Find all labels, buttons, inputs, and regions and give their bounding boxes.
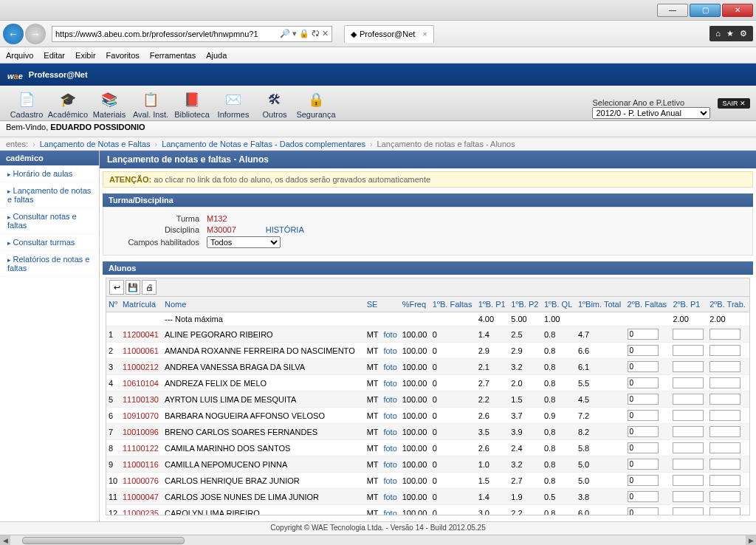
menu-favoritos[interactable]: Favoritos (106, 51, 140, 60)
campos-select[interactable]: Todos (207, 236, 281, 248)
toolbar-item-biblioteca[interactable]: 📕Biblioteca (171, 89, 213, 119)
faltas2-input[interactable] (628, 442, 659, 453)
period-select[interactable]: 2012/0 - P. Letivo Anual (592, 107, 710, 119)
p1b2-input[interactable] (673, 410, 704, 421)
save-icon[interactable]: 💾 (126, 280, 140, 295)
tab-close-icon[interactable]: × (422, 30, 427, 38)
p1b2-input[interactable] (673, 394, 704, 405)
matricula: 11000235 (120, 505, 162, 516)
trab2-input[interactable] (709, 410, 740, 421)
toolbar-item-materiais[interactable]: 📚Materiais (89, 89, 130, 119)
faltas2-input[interactable] (628, 361, 659, 372)
trab2-input[interactable] (709, 329, 740, 340)
nome: BRENO CARLOS SOARES FERNANDES (162, 424, 365, 440)
back-button[interactable]: ← (3, 24, 24, 44)
toolbar-item-avalinst[interactable]: 📋Aval. Inst. (130, 89, 171, 119)
back-icon[interactable]: ↩ (109, 280, 124, 295)
col-header: %Freq (400, 297, 430, 312)
window-minimize-button[interactable]: — (657, 4, 688, 17)
menu-arquivo[interactable]: Arquivo (6, 51, 33, 60)
toolbar-item-outros[interactable]: 🛠Outros (254, 89, 295, 119)
toolbar-icon: 📕 (182, 89, 202, 110)
sidebar-item[interactable]: Relatórios de notas e faltas (0, 251, 99, 277)
trab2-input[interactable] (709, 426, 740, 437)
faltas2-input[interactable] (628, 394, 659, 405)
favorites-icon[interactable]: ★ (726, 29, 734, 38)
address-bar[interactable]: https://www3.abeu.com.br/professor/servl… (52, 26, 332, 42)
menu-ferramentas[interactable]: Ferramentas (150, 51, 196, 60)
foto-link[interactable]: foto (383, 411, 396, 420)
foto-link[interactable]: foto (383, 476, 396, 485)
faltas2-input[interactable] (628, 426, 659, 437)
toolbar-item-acadmico[interactable]: 🎓Acadêmico (47, 89, 89, 119)
p1b2-input[interactable] (673, 329, 704, 340)
sidebar-item[interactable]: Consultar turmas (0, 234, 99, 251)
scroll-thumb[interactable] (22, 537, 185, 544)
p1b2-input[interactable] (673, 507, 704, 515)
trab2-input[interactable] (709, 361, 740, 372)
trab2-input[interactable] (709, 507, 740, 515)
horizontal-scrollbar[interactable]: ◀ ▶ (0, 535, 756, 545)
toolbar-item-informes[interactable]: ✉️Informes (213, 89, 254, 119)
breadcrumb-link-1[interactable]: Lançamento de Notas e Faltas (40, 140, 151, 148)
foto-link[interactable]: foto (383, 428, 396, 436)
faltas2-input[interactable] (628, 491, 659, 502)
faltas2-input[interactable] (628, 329, 659, 340)
url-icons[interactable]: 🔎 ▾ 🔒 🗘 ✕ (280, 29, 329, 38)
trab2-input[interactable] (709, 377, 740, 388)
foto-link[interactable]: foto (383, 444, 396, 453)
p1b2-input[interactable] (673, 475, 704, 486)
p1b2-input[interactable] (673, 377, 704, 388)
menu-ajuda[interactable]: Ajuda (206, 51, 227, 60)
p1b2-input[interactable] (673, 442, 704, 453)
p1b2-input[interactable] (673, 345, 704, 356)
breadcrumb-link-2[interactable]: Lançamento de Notas e Faltas - Dados com… (162, 140, 365, 148)
foto-link[interactable]: foto (383, 379, 396, 388)
table-row: 410610104ANDREZA FELIX DE MELOMTfoto100.… (106, 375, 749, 391)
foto-link[interactable]: foto (383, 493, 396, 501)
browser-tab[interactable]: ◆ Professor@Net × (344, 25, 434, 43)
p1b2-input[interactable] (673, 459, 704, 470)
sidebar-item[interactable]: Lançamento de notas e faltas (0, 182, 99, 208)
trab2-input[interactable] (709, 394, 740, 405)
faltas2-input[interactable] (628, 459, 659, 470)
foto-link[interactable]: foto (383, 460, 396, 469)
print-icon[interactable]: 🖨 (142, 280, 157, 295)
p1b2-input[interactable] (673, 491, 704, 502)
trab2-input[interactable] (709, 491, 740, 502)
menu-exibir[interactable]: Exibir (75, 51, 96, 60)
sair-button[interactable]: SAIR ✕ (718, 98, 750, 109)
toolbar-item-cadastro[interactable]: 📄Cadastro (6, 89, 47, 119)
faltas2-input[interactable] (628, 377, 659, 388)
matricula: 10010096 (120, 424, 162, 440)
faltas2-input[interactable] (628, 475, 659, 486)
disciplina-name: HISTÓRIA (266, 225, 304, 234)
window-close-button[interactable]: ✕ (722, 4, 753, 17)
toolbar-item-segurana[interactable]: 🔒Segurança (295, 89, 337, 119)
scroll-left-icon[interactable]: ◀ (0, 535, 10, 545)
trab2-input[interactable] (709, 459, 740, 470)
sidebar-item[interactable]: Horário de aulas (0, 165, 99, 182)
scroll-right-icon[interactable]: ▶ (746, 535, 756, 545)
foto-link[interactable]: foto (383, 363, 396, 371)
home-icon[interactable]: ⌂ (715, 29, 721, 38)
settings-icon[interactable]: ⚙ (740, 29, 747, 38)
foto-link[interactable]: foto (383, 346, 396, 355)
matricula: 11000116 (120, 456, 162, 473)
window-maximize-button[interactable]: ▢ (690, 4, 721, 17)
trab2-input[interactable] (709, 345, 740, 356)
forward-button[interactable]: → (25, 24, 46, 44)
toolbar-icon: 📄 (16, 89, 37, 110)
foto-link[interactable]: foto (383, 395, 396, 404)
trab2-input[interactable] (709, 442, 740, 453)
p1b2-input[interactable] (673, 426, 704, 437)
sidebar-item[interactable]: Consultar notas e faltas (0, 208, 99, 234)
trab2-input[interactable] (709, 475, 740, 486)
foto-link[interactable]: foto (383, 509, 396, 516)
foto-link[interactable]: foto (383, 330, 396, 339)
p1b2-input[interactable] (673, 361, 704, 372)
faltas2-input[interactable] (628, 410, 659, 421)
faltas2-input[interactable] (628, 345, 659, 356)
faltas2-input[interactable] (628, 507, 659, 515)
menu-editar[interactable]: Editar (44, 51, 65, 60)
